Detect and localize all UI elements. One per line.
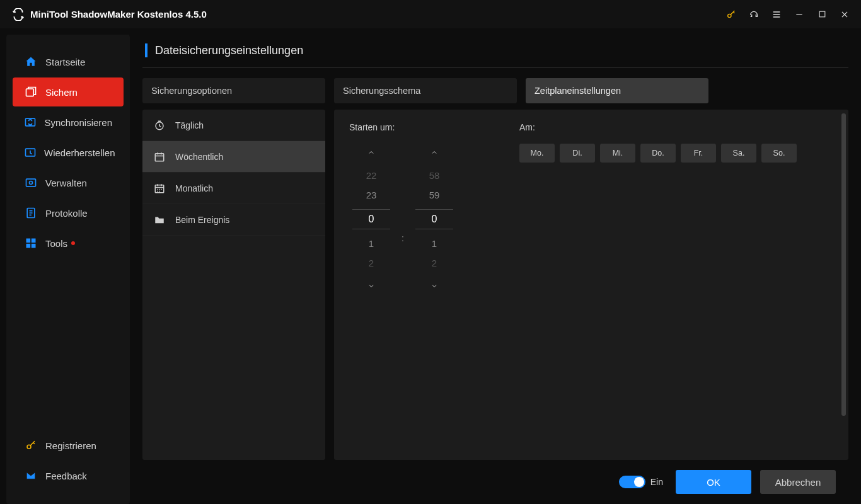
- manage-icon: [24, 176, 38, 190]
- hour-up-button[interactable]: [349, 144, 393, 161]
- sidebar-item-backup[interactable]: Sichern: [13, 77, 124, 106]
- sidebar-item-label: Synchronisieren: [44, 117, 112, 128]
- tab-label: Sicherungsschema: [343, 86, 420, 96]
- ok-button[interactable]: OK: [676, 470, 751, 494]
- maximize-icon[interactable]: [817, 9, 827, 20]
- hour-down-button[interactable]: [349, 277, 393, 295]
- svg-rect-5: [26, 179, 36, 186]
- sidebar-item-label: Startseite: [45, 57, 85, 67]
- sidebar-item-label: Wiederherstellen: [44, 147, 115, 158]
- day-sat[interactable]: Sa.: [721, 144, 756, 163]
- mail-icon: [24, 469, 38, 483]
- tab-schedule-settings[interactable]: Zeitplaneinstellungen: [526, 78, 708, 103]
- minimize-icon[interactable]: [794, 9, 804, 20]
- day-wed[interactable]: Mi.: [600, 144, 635, 163]
- sidebar-item-home[interactable]: Startseite: [13, 47, 124, 76]
- sync-icon: [24, 115, 37, 129]
- calendar-week-icon: [153, 150, 166, 164]
- start-time-label: Starten um:: [349, 122, 456, 132]
- tab-backup-options[interactable]: Sicherungsoptionen: [142, 78, 325, 103]
- minute-value: 1: [432, 238, 437, 249]
- freq-monthly[interactable]: Monatlich: [142, 173, 325, 204]
- freq-label: Beim Ereignis: [175, 215, 229, 225]
- hour-value: 23: [366, 190, 377, 200]
- enable-toggle[interactable]: [619, 476, 645, 488]
- app-title: MiniTool ShadowMaker Kostenlos 4.5.0: [30, 9, 207, 20]
- freq-daily[interactable]: Täglich: [142, 110, 325, 141]
- home-icon: [24, 55, 38, 69]
- titlebar: MiniTool ShadowMaker Kostenlos 4.5.0: [0, 0, 861, 28]
- notification-dot-icon: [71, 241, 75, 245]
- main: Dateisicherungseinstellungen Sicherungso…: [130, 28, 861, 504]
- svg-rect-11: [32, 244, 36, 248]
- freq-on-event[interactable]: Beim Ereignis: [142, 204, 325, 236]
- svg-rect-2: [26, 89, 34, 96]
- sidebar: Startseite Sichern Synchronisieren Wiede…: [6, 35, 130, 504]
- headset-icon[interactable]: [749, 9, 759, 20]
- sidebar-item-restore[interactable]: Wiederherstellen: [13, 138, 124, 167]
- time-separator: :: [393, 195, 412, 243]
- sidebar-item-label: Sichern: [45, 87, 78, 98]
- hour-value-current[interactable]: 0: [352, 209, 390, 229]
- sidebar-item-manage[interactable]: Verwalten: [13, 168, 124, 197]
- tab-label: Zeitplaneinstellungen: [535, 86, 621, 96]
- key-icon: [24, 438, 38, 452]
- titlebar-left: MiniTool ShadowMaker Kostenlos 4.5.0: [11, 8, 207, 21]
- enable-toggle-wrap: Ein: [619, 476, 663, 488]
- day-sun[interactable]: So.: [761, 144, 797, 163]
- sidebar-item-label: Protokolle: [45, 208, 88, 219]
- sidebar-item-tools[interactable]: Tools: [13, 229, 124, 258]
- freq-label: Wöchentlich: [175, 152, 223, 162]
- minute-down-button[interactable]: [412, 277, 456, 295]
- svg-point-12: [27, 445, 31, 449]
- tab-backup-scheme[interactable]: Sicherungsschema: [334, 78, 517, 103]
- sidebar-item-feedback[interactable]: Feedback: [13, 461, 124, 490]
- day-fri[interactable]: Fr.: [681, 144, 716, 163]
- page-title: Dateisicherungseinstellungen: [155, 44, 303, 57]
- freq-label: Täglich: [175, 120, 204, 130]
- days-row: Mo. Di. Mi. Do. Fr. Sa. So.: [519, 144, 797, 163]
- days-label: Am:: [519, 122, 797, 132]
- sidebar-item-register[interactable]: Registrieren: [13, 431, 124, 460]
- content-row: Täglich Wöchentlich Monatlich Beim Ereig…: [142, 110, 848, 460]
- hour-value: 1: [369, 238, 374, 249]
- svg-rect-14: [155, 153, 164, 161]
- calendar-month-icon: [153, 181, 166, 195]
- tab-label: Sicherungsoptionen: [151, 86, 232, 96]
- menu-icon[interactable]: [771, 9, 782, 20]
- hour-spinner[interactable]: 22 23 0 1 2: [349, 144, 393, 295]
- header-accent-bar: [145, 43, 147, 57]
- sidebar-item-label: Feedback: [45, 471, 87, 481]
- toggle-knob-icon: [634, 477, 644, 487]
- cancel-button[interactable]: Abbrechen: [760, 470, 836, 494]
- scrollbar[interactable]: [841, 113, 846, 416]
- folder-icon: [153, 213, 166, 227]
- sidebar-item-label: Verwalten: [45, 178, 87, 188]
- key-icon[interactable]: [726, 9, 736, 20]
- minute-value-current[interactable]: 0: [415, 209, 453, 229]
- freq-weekly[interactable]: Wöchentlich: [142, 141, 325, 173]
- clock-icon: [153, 118, 166, 132]
- svg-rect-1: [819, 11, 825, 17]
- minute-spinner[interactable]: 58 59 0 1 2: [412, 144, 456, 295]
- minute-up-button[interactable]: [412, 144, 456, 161]
- start-time-column: Starten um: 22 23 0 1 2: [349, 122, 456, 295]
- svg-rect-10: [26, 244, 31, 248]
- sidebar-item-label: Registrieren: [45, 440, 96, 451]
- close-icon[interactable]: [840, 9, 850, 20]
- restore-icon: [24, 146, 37, 159]
- sidebar-item-sync[interactable]: Synchronisieren: [13, 108, 124, 137]
- backup-icon: [24, 85, 38, 99]
- minute-value: 2: [432, 258, 437, 268]
- tools-icon: [24, 236, 38, 250]
- day-mon[interactable]: Mo.: [519, 144, 555, 163]
- tabs-row: Sicherungsoptionen Sicherungsschema Zeit…: [142, 78, 848, 103]
- day-tue[interactable]: Di.: [560, 144, 595, 163]
- page-header: Dateisicherungseinstellungen: [142, 41, 848, 68]
- day-thu[interactable]: Do.: [640, 144, 676, 163]
- sidebar-item-logs[interactable]: Protokolle: [13, 198, 124, 227]
- frequency-panel: Täglich Wöchentlich Monatlich Beim Ereig…: [142, 110, 325, 460]
- schedule-panel: Starten um: 22 23 0 1 2: [334, 110, 848, 460]
- titlebar-right: [726, 9, 850, 20]
- hour-value: 22: [366, 170, 377, 181]
